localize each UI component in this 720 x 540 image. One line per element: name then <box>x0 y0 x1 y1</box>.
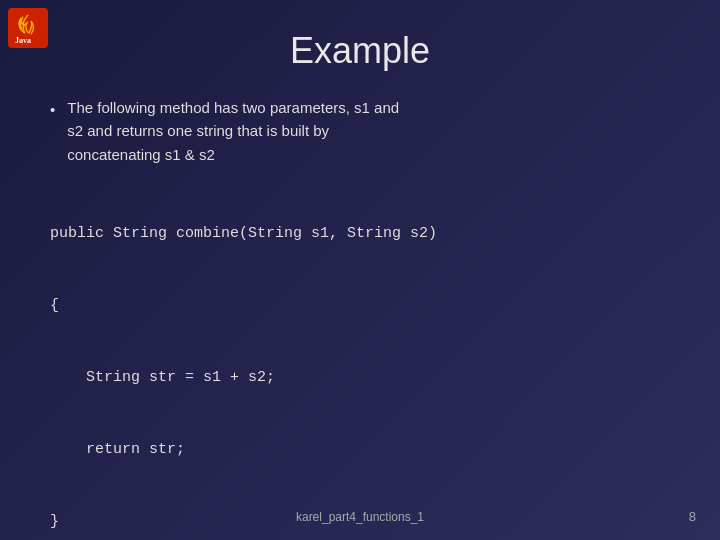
java-logo-image: Java <box>8 8 48 48</box>
slide-title: Example <box>40 30 680 72</box>
java-logo: Java <box>8 8 48 48</box>
code-line1: public String combine(String s1, String … <box>50 222 680 246</box>
footer: karel_part4_functions_1 <box>0 510 720 524</box>
bullet-text: The following method has two parameters,… <box>67 96 399 166</box>
bullet-line2: s2 and returns one string that is built … <box>67 122 329 139</box>
page-number: 8 <box>689 509 696 524</box>
code-line2: { <box>50 294 680 318</box>
bullet-line1: The following method has two parameters,… <box>67 99 399 116</box>
slide-content: • The following method has two parameter… <box>40 96 680 540</box>
bullet-line3: concatenating s1 & s2 <box>67 146 215 163</box>
bullet-marker: • <box>50 98 55 122</box>
code-block: public String combine(String s1, String … <box>50 174 680 540</box>
svg-text:Java: Java <box>15 36 31 45</box>
slide: Java Example • The following method has … <box>0 0 720 540</box>
footer-label: karel_part4_functions_1 <box>296 510 424 524</box>
code-line3: String str = s1 + s2; <box>50 366 680 390</box>
code-line4: return str; <box>50 438 680 462</box>
bullet-item: • The following method has two parameter… <box>50 96 680 166</box>
